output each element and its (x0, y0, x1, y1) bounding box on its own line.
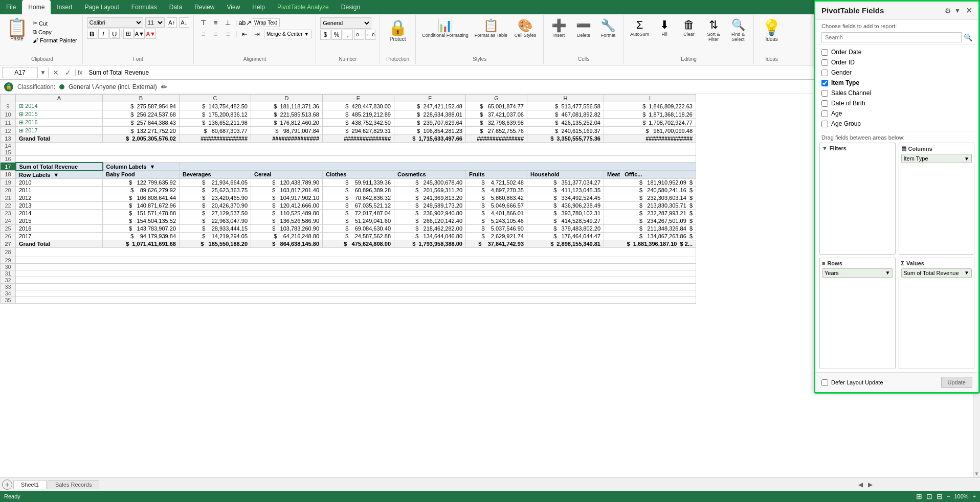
cell[interactable]: $ 176,464,044.47 (527, 232, 604, 240)
cell[interactable]: $ 294,627,829.31 (323, 127, 394, 135)
cell[interactable]: $ 103,817,201.40 (251, 186, 323, 194)
align-middle-button[interactable]: ≡ (210, 17, 221, 28)
defer-update-checkbox[interactable] (821, 379, 828, 386)
cell[interactable]: $ 181,118,371.36 (251, 102, 323, 110)
cell[interactable]: $ 122,799,635.92 (103, 178, 180, 186)
cell[interactable]: $ 232,287,993.21 $ (604, 209, 696, 217)
wrap-text-button[interactable]: Wrap Text (252, 18, 280, 27)
pivot-col-header[interactable]: Row Labels ▼ (16, 171, 103, 179)
pivot-field-checkbox-agegroup[interactable] (821, 121, 828, 127)
cell[interactable]: $ 513,477,556.58 (527, 102, 604, 110)
col-header-h[interactable]: H (527, 95, 604, 102)
cell[interactable]: $ 69,084,630.40 (323, 224, 394, 232)
cell[interactable]: Grand Total (16, 240, 103, 247)
cell[interactable]: ⊞ 2015 (16, 110, 103, 119)
cell[interactable]: $ 70,842,836.32 (323, 194, 394, 201)
insert-function-button[interactable]: fx (75, 69, 84, 76)
cell[interactable]: $ 134,867,263.86 $ (604, 232, 696, 240)
cell[interactable]: $ 24,587,562.88 (323, 232, 394, 240)
cell[interactable]: 2014 (16, 209, 103, 217)
cell[interactable]: ############### (604, 135, 696, 143)
cell[interactable]: $ 60,896,389.28 (323, 186, 394, 194)
number-format-select[interactable]: General (320, 17, 371, 29)
cell[interactable]: $ 176,812,460.20 (251, 119, 323, 127)
edit-classification-button[interactable]: ✏ (161, 83, 167, 91)
cell[interactable]: $ 247,421,152.48 (394, 102, 466, 110)
cell[interactable]: $ 236,902,940.80 (394, 209, 466, 217)
delete-cells-button[interactable]: ➖ Delete (572, 17, 595, 39)
cell[interactable]: $ 25,623,363.75 (180, 186, 251, 194)
cell[interactable]: $ 2,898,155,340.81 (527, 240, 604, 247)
pivot-col-header[interactable]: Household (527, 171, 604, 179)
cell[interactable]: $ 411,123,045.35 (527, 186, 604, 194)
cell[interactable]: $ 1,793,958,388.00 (394, 240, 466, 247)
cell[interactable]: $ 4,401,866.01 (466, 209, 527, 217)
cell[interactable]: $ 3,350,555,775.36 (527, 135, 604, 143)
ribbon-tab-pagelayout[interactable]: Page Layout (78, 0, 125, 14)
cell[interactable]: ############### (251, 135, 323, 143)
col-header-i[interactable]: I (604, 95, 696, 102)
dec-increase-button[interactable]: .0→ (354, 30, 364, 40)
cell[interactable]: $ 151,571,478.88 (103, 209, 180, 217)
decrease-font-button[interactable]: A↓ (179, 17, 189, 28)
cell[interactable]: $ 21,934,664.05 (180, 178, 251, 186)
autosum-button[interactable]: Σ AutoSum (628, 17, 651, 38)
cell[interactable]: $ 436,906,238.49 (527, 201, 604, 209)
cell[interactable]: $ 5,860,863.42 (466, 194, 527, 201)
pivot-dropdown-icon[interactable]: ▼ (954, 7, 961, 14)
cell[interactable]: $ 1,071,411,691.68 (103, 240, 180, 247)
cell[interactable]: $ 1,708,702,924.77 (604, 119, 696, 127)
cell[interactable]: $ 103,783,260.90 (251, 224, 323, 232)
pivot-field-checkbox-gender[interactable] (821, 70, 828, 76)
cell[interactable]: $ 864,638,145.80 (251, 240, 323, 247)
pivot-col-header[interactable]: Clothes (323, 171, 394, 179)
align-bottom-button[interactable]: ⊥ (222, 17, 234, 28)
col-header-g[interactable]: G (466, 95, 527, 102)
cell[interactable]: $ 175,200,836.12 (180, 110, 251, 119)
align-right-button[interactable]: ≡ (222, 29, 234, 39)
cell[interactable]: $ 27,852,755.76 (466, 127, 527, 135)
cell-styles-button[interactable]: 🎨 Cell Styles (511, 17, 539, 39)
copy-button[interactable]: ⧉ Copy (32, 28, 78, 36)
pivot-col-header[interactable]: Meat Offic... (604, 171, 696, 179)
pivot-field-checkbox-saleschannel[interactable] (821, 90, 828, 97)
cell[interactable]: $ 240,615,169.37 (527, 127, 604, 135)
pivot-col-header[interactable]: Beverages (180, 171, 251, 179)
cell[interactable]: Column Labels ▼ (103, 163, 180, 171)
pivot-field-item-itemtype[interactable]: Item Type (821, 78, 972, 88)
pivot-col-header[interactable]: Fruits (466, 171, 527, 179)
sheet-tab-sales-records[interactable]: Sales Records (48, 480, 100, 489)
conditional-formatting-button[interactable]: 📊 Conditional Formatting (420, 17, 471, 39)
cell[interactable]: $ 32,798,639.98 (466, 119, 527, 127)
defer-update-checkbox-area[interactable]: Defer Layout Update (821, 379, 883, 386)
cell[interactable]: $ 275,587,954.94 (103, 102, 180, 110)
zoom-out-button[interactable]: − (947, 493, 950, 499)
format-as-table-button[interactable]: 📋 Format as Table (473, 17, 509, 39)
cell[interactable] (180, 163, 696, 171)
col-header-a[interactable]: A (16, 95, 103, 102)
cell[interactable]: 2010 (16, 178, 103, 186)
col-header-e[interactable]: E (323, 95, 394, 102)
find-select-button[interactable]: 🔍 Find &Select (727, 17, 749, 43)
cell[interactable]: $ 20,426,370.90 (180, 201, 251, 209)
cell[interactable]: $ 181,910,952.09 $ (604, 178, 696, 186)
cell[interactable]: $ 154,504,135.52 (103, 217, 180, 224)
cell[interactable]: $ 14,219,294.05 (180, 232, 251, 240)
bold-button[interactable]: B (87, 29, 97, 39)
cell[interactable]: 2016 (16, 224, 103, 232)
fill-color-button[interactable]: A▼ (135, 29, 145, 39)
cell[interactable]: $ 1,846,809,222.63 (604, 102, 696, 110)
pivot-settings-icon[interactable]: ⚙ (945, 7, 951, 15)
cell[interactable]: $ 245,300,678.40 (394, 178, 466, 186)
ribbon-tab-file[interactable]: File (0, 0, 22, 14)
cell[interactable]: $ 351,377,034.27 (527, 178, 604, 186)
cell[interactable]: $ 5,037,546.90 (466, 224, 527, 232)
cell[interactable]: ############### (180, 135, 251, 143)
confirm-formula-button[interactable]: ✓ (63, 69, 73, 77)
italic-button[interactable]: I (98, 29, 108, 39)
pivot-field-checkbox-itemtype[interactable] (821, 80, 828, 86)
cell[interactable]: ⊞ 2016 (16, 119, 103, 127)
cell[interactable]: $ 106,854,281.23 (394, 127, 466, 135)
pivot-field-item-orderid[interactable]: Order ID (821, 57, 972, 67)
format-cells-button[interactable]: 🔧 Format (597, 17, 619, 39)
